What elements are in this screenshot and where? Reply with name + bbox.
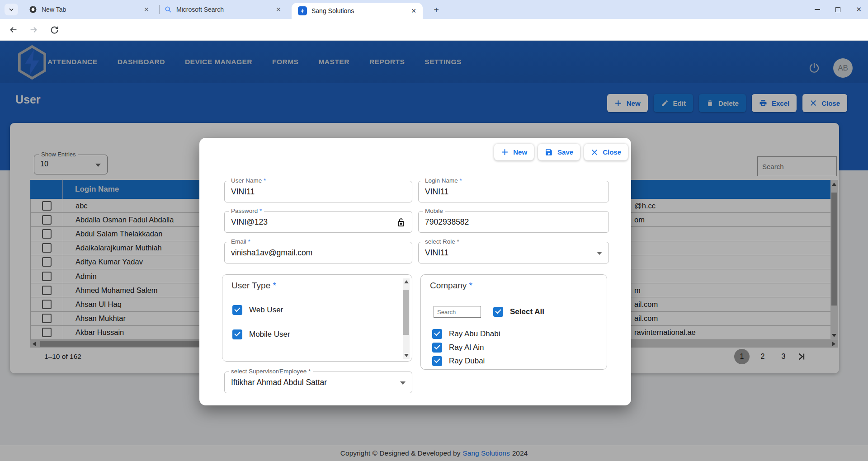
dialog-save-label: Save [557, 148, 573, 156]
login-name-field[interactable]: Login Name * VINI11 [418, 181, 609, 202]
tab-sang-solutions[interactable]: Sang Solutions ✕ [292, 3, 423, 19]
select-role-field[interactable]: select Role * VINI11 [418, 242, 609, 263]
dialog-new-label: New [513, 148, 527, 156]
dropdown-arrow-icon [400, 381, 406, 385]
tab-microsoft-search[interactable]: Microsoft Search ✕ [165, 0, 282, 19]
web-user-option[interactable]: Web User [232, 305, 283, 315]
dialog-save-button[interactable]: Save [538, 144, 580, 160]
company-option-label: Ray Abu Dhabi [449, 329, 500, 339]
close-tab-icon[interactable]: ✕ [411, 7, 416, 14]
dialog-new-button[interactable]: New [494, 144, 534, 160]
browser-tab-strip: New Tab ✕ Microsoft Search ✕ Sang Soluti… [0, 0, 868, 19]
user-type-scrollbar[interactable] [403, 278, 410, 359]
search-icon [165, 6, 172, 13]
close-icon [591, 149, 598, 156]
password-field[interactable]: Password * VINI@123 [224, 211, 412, 233]
email-field[interactable]: Email * vinisha1av@gmail.com [224, 242, 412, 263]
login-name-value: VINI11 [425, 187, 448, 197]
tab-new-tab[interactable]: New Tab ✕ [29, 0, 151, 19]
checkbox-checked-icon[interactable] [493, 307, 503, 317]
company-box: Company * Select All Ray Abu Dhabi Ray A… [420, 274, 607, 370]
password-label: Password [231, 207, 258, 214]
required-asterisk: * [273, 281, 276, 290]
browser-toolbar [0, 19, 868, 41]
company-search-input[interactable] [434, 306, 481, 318]
tab-title: Microsoft Search [176, 6, 224, 13]
close-tab-icon[interactable]: ✕ [276, 6, 281, 13]
checkbox-checked-icon[interactable] [432, 329, 442, 339]
checkbox-checked-icon[interactable] [432, 356, 442, 366]
tab-divider [159, 5, 160, 14]
email-value: vinisha1av@gmail.com [231, 248, 312, 258]
chrome-logo-icon [29, 5, 37, 14]
checkbox-checked-icon[interactable] [232, 305, 242, 315]
checkbox-checked-icon[interactable] [232, 329, 242, 339]
save-icon [545, 148, 553, 156]
dropdown-arrow-icon [597, 252, 602, 255]
dialog-close-button[interactable]: Close [584, 144, 628, 160]
mobile-user-option[interactable]: Mobile User [232, 329, 290, 339]
mobile-label: Mobile [425, 207, 443, 214]
select-supervisor-label: select Supervisor/Employee * [231, 368, 311, 375]
required-asterisk: * [248, 238, 250, 245]
login-name-label: Login Name [425, 177, 458, 184]
window-close-icon[interactable]: ✕ [856, 5, 862, 14]
mobile-value: 7902938582 [425, 217, 469, 227]
dialog-close-label: Close [603, 148, 621, 156]
required-asterisk: * [469, 281, 472, 290]
required-asterisk: * [259, 207, 262, 214]
lock-open-icon[interactable] [396, 217, 406, 228]
reload-icon[interactable] [49, 24, 60, 35]
company-title: Company [430, 281, 467, 290]
plus-icon [501, 148, 509, 156]
screen: ATTENDANCE DASHBOARD DEVICE MANAGER FORM… [0, 0, 868, 461]
company-option-label: Ray Dubai [449, 357, 485, 366]
company-option-label: Ray Al Ain [449, 343, 484, 352]
user-edit-dialog: New Save Close User Name * VINI11 Login … [199, 138, 631, 405]
new-tab-button[interactable]: + [430, 4, 442, 16]
window-maximize-icon[interactable] [835, 7, 840, 12]
select-all-option[interactable]: Select All [493, 307, 544, 317]
select-supervisor-value: Iftikhar Ahmad Abdul Sattar [231, 378, 327, 387]
tab-title: New Tab [42, 6, 66, 13]
mobile-field[interactable]: Mobile 7902938582 [418, 211, 609, 233]
company-option[interactable]: Ray Abu Dhabi [432, 329, 500, 339]
checkbox-checked-icon[interactable] [432, 343, 442, 353]
back-icon[interactable] [8, 24, 19, 35]
company-option[interactable]: Ray Al Ain [432, 343, 484, 353]
user-type-box: User Type * Web User Mobile User [222, 274, 412, 362]
password-value: VINI@123 [231, 217, 268, 227]
user-type-scroll-thumb[interactable] [403, 290, 409, 335]
tab-title: Sang Solutions [311, 7, 354, 14]
select-all-label: Select All [510, 307, 544, 316]
scroll-up-icon[interactable] [404, 280, 409, 283]
select-supervisor-field[interactable]: select Supervisor/Employee * Iftikhar Ah… [224, 372, 412, 393]
user-type-title: User Type [231, 281, 270, 290]
scroll-down-icon[interactable] [404, 354, 409, 357]
user-name-value: VINI11 [231, 187, 255, 197]
required-asterisk: * [460, 177, 462, 184]
required-asterisk: * [264, 177, 266, 184]
mobile-user-label: Mobile User [249, 330, 290, 339]
user-name-field[interactable]: User Name * VINI11 [224, 181, 412, 202]
web-user-label: Web User [249, 306, 283, 315]
sang-solutions-favicon [298, 6, 307, 15]
email-label: Email [231, 238, 246, 245]
window-minimize-icon[interactable] [815, 9, 820, 10]
tab-search-chevron-button[interactable] [5, 4, 18, 15]
close-tab-icon[interactable]: ✕ [144, 6, 149, 13]
company-option[interactable]: Ray Dubai [432, 356, 485, 366]
select-role-value: VINI11 [425, 248, 448, 258]
window-controls: ✕ [815, 3, 862, 16]
forward-icon[interactable] [28, 24, 39, 35]
user-name-label: User Name [231, 177, 262, 184]
select-role-label: select Role * [425, 238, 459, 245]
